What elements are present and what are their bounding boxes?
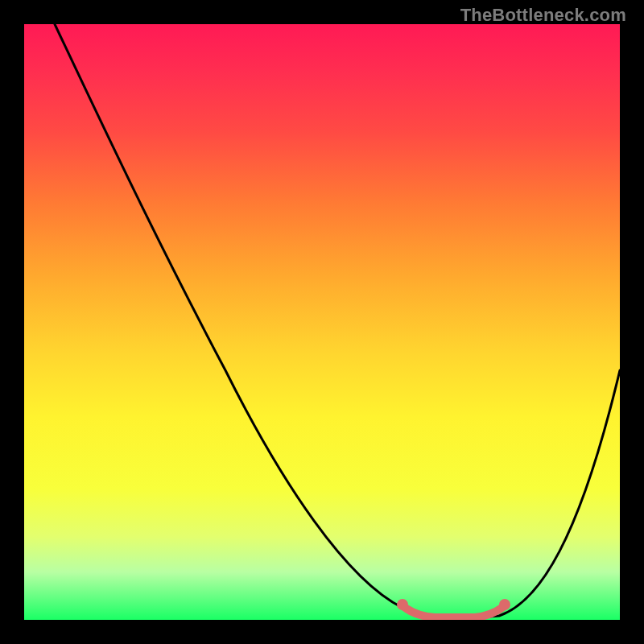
bottleneck-curve xyxy=(55,24,620,618)
curve-svg xyxy=(24,24,620,620)
highlight-dot-right xyxy=(499,599,510,610)
attribution-label: TheBottleneck.com xyxy=(460,5,626,26)
optimal-range-highlight xyxy=(404,607,503,617)
plot-area xyxy=(24,24,620,620)
highlight-dot-left xyxy=(397,599,408,610)
chart-frame: TheBottleneck.com xyxy=(0,0,644,644)
